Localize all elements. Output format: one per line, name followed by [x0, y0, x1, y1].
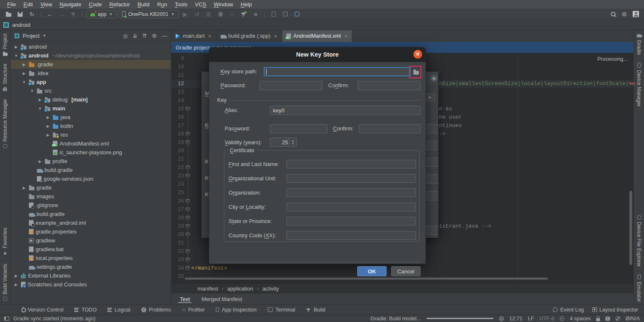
chevron-down-icon[interactable]: ▼ — [37, 106, 43, 111]
tree-item-build-gradle[interactable]: build.gradle — [11, 210, 171, 218]
menu-help[interactable]: Help — [237, 1, 256, 8]
fold-marker-icon[interactable] — [186, 132, 190, 136]
org-unit-input[interactable] — [286, 174, 416, 183]
tree-item-app[interactable]: ▼ app — [11, 78, 171, 86]
fold-marker-icon[interactable] — [186, 216, 190, 220]
chevron-down-icon[interactable]: ▼ — [21, 80, 27, 84]
chevron-right-icon[interactable]: ▶ — [13, 283, 19, 287]
chevron-right-icon[interactable]: ▶ — [21, 186, 27, 190]
menu-build[interactable]: Build — [134, 1, 153, 8]
breadcrumb-application[interactable]: application — [227, 286, 253, 292]
toolwindow-build[interactable]: Build — [306, 307, 325, 313]
sidebar-item-device-file-explorer[interactable]: Device File Explorer — [636, 215, 642, 267]
chevron-right-icon[interactable]: ▶ — [13, 45, 19, 49]
toolwindow-todo[interactable]: TODO — [74, 307, 96, 313]
dialog-title-bar[interactable]: New Key Store ✕ — [209, 47, 426, 62]
close-icon[interactable]: ✕ — [274, 34, 277, 39]
tree-item-gradlew[interactable]: ▶ gradlew — [11, 236, 171, 245]
sdk-manager-icon[interactable] — [292, 10, 302, 18]
toolwindow-terminal[interactable]: ›_ Terminal — [267, 307, 295, 313]
caret-position[interactable]: 12:71 — [509, 316, 522, 322]
tree-item-debug[interactable]: ▶ debug [main] — [11, 95, 171, 104]
settings-gear-icon[interactable]: ⚙ — [621, 11, 627, 18]
sidebar-item-resource-manager[interactable]: Resource Manager — [2, 99, 8, 148]
key-confirm-input[interactable] — [359, 124, 421, 133]
search-icon[interactable] — [611, 12, 615, 16]
toolwindow-version-control[interactable]: Version Control — [21, 307, 63, 313]
breadcrumb-activity[interactable]: activity — [262, 286, 279, 292]
sidebar-item-favorites[interactable]: Favorites ★ — [2, 228, 8, 256]
tree-item-android-root[interactable]: ▼ android ~/dev/singleproject/example/an… — [11, 51, 171, 60]
menu-code[interactable]: Code — [85, 1, 106, 8]
tree-item-gitignore[interactable]: .gitignore — [11, 201, 171, 210]
menu-edit[interactable]: Edit — [20, 1, 36, 8]
keystore-confirm-input[interactable] — [358, 81, 421, 90]
toolwindow-problems[interactable]: ! Problems — [141, 307, 171, 313]
tree-item-example-android-iml[interactable]: example_android.iml — [11, 218, 171, 227]
sidebar-item-structure[interactable]: Structure — [2, 64, 8, 91]
tree-item-gradle-properties[interactable]: gradle.properties — [11, 227, 171, 236]
chevron-right-icon[interactable]: ▶ — [45, 115, 51, 119]
first-last-name-input[interactable] — [286, 160, 416, 169]
avatar[interactable] — [633, 11, 639, 17]
sidebar-item-build-variants[interactable]: Build Variants — [2, 264, 8, 301]
chevron-right-icon[interactable]: ▶ — [45, 124, 51, 128]
sidebar-item-project[interactable]: Project — [2, 34, 8, 56]
fold-marker-icon[interactable] — [186, 233, 190, 237]
editor-gutter[interactable]: 9101112131415161718192021222324252627282… — [171, 53, 191, 284]
tree-item-external-libraries[interactable]: ▶ External Libraries — [11, 271, 171, 280]
menu-window[interactable]: Window — [210, 1, 237, 8]
spinner-arrows-icon[interactable]: ▲▼ — [289, 138, 296, 146]
close-icon[interactable]: ✕ — [413, 50, 422, 59]
expand-all-icon[interactable]: ⇊ — [133, 33, 138, 39]
fold-marker-icon[interactable] — [186, 258, 190, 262]
fold-marker-icon[interactable] — [186, 107, 190, 111]
menu-vcs[interactable]: VCS — [191, 1, 210, 8]
tree-item-ic-launcher-playstore[interactable]: ic_launcher-playstore.png — [11, 148, 171, 157]
toolwindow-layout-inspector[interactable]: Layout Inspector — [592, 307, 638, 313]
alias-input[interactable]: key0 — [270, 106, 421, 115]
breadcrumb-manifest[interactable]: manifest — [197, 286, 218, 292]
tree-item-scratches[interactable]: ▶ Scratches and Consoles — [11, 280, 171, 289]
fold-marker-icon[interactable] — [186, 166, 190, 170]
city-input[interactable] — [286, 203, 416, 211]
toolwindow-event-log[interactable]: Event Log — [553, 307, 584, 313]
fold-marker-icon[interactable] — [186, 174, 190, 178]
tree-item-google-services-json[interactable]: google-services.json — [11, 174, 171, 183]
device-combo[interactable]: OnePlus KB2001 ▼ — [118, 10, 179, 18]
line-separator[interactable]: LF — [528, 316, 534, 322]
fold-marker-icon[interactable] — [186, 199, 190, 203]
chevron-right-icon[interactable]: ▶ — [13, 274, 19, 278]
keystore-password-input[interactable] — [260, 81, 322, 90]
fold-marker-icon[interactable] — [186, 224, 190, 229]
toolwindow-app-inspection[interactable]: App Inspection — [216, 307, 257, 313]
chevron-right-icon[interactable]: ▶ — [21, 62, 27, 67]
chevron-down-icon[interactable]: ▼ — [29, 89, 35, 93]
state-input[interactable] — [286, 217, 416, 226]
tree-item-java[interactable]: ▶ java — [11, 113, 171, 122]
cancel-button[interactable]: Cancel — [391, 266, 421, 276]
toolwindow-logcat[interactable]: Logcat — [107, 307, 130, 313]
highlighting-level-icon[interactable] — [560, 316, 564, 321]
save-all-icon[interactable] — [15, 10, 25, 18]
memory-indicator[interactable]: Ø/N/A — [626, 316, 640, 322]
tab-text[interactable]: Text — [180, 293, 190, 304]
tree-item-android-module[interactable]: ▶ android — [11, 42, 171, 51]
tree-item-gradlew-bat[interactable]: gradlew.bat — [11, 245, 171, 254]
sidebar-item-device-manager[interactable]: Device Manager — [636, 62, 642, 106]
validity-spinner[interactable]: 25 ▲▼ — [270, 138, 297, 147]
behind-dropdown[interactable]: ▼ — [425, 93, 435, 101]
tab-build-gradle[interactable]: build.gradle (:app) ✕ — [216, 30, 282, 42]
close-icon[interactable]: ✕ — [431, 75, 437, 82]
chevron-right-icon[interactable]: ▶ — [37, 98, 43, 102]
horizontal-scrollbar[interactable] — [185, 278, 548, 280]
tree-item-images[interactable]: images — [11, 192, 171, 201]
file-encoding[interactable]: UTF-8 — [540, 316, 554, 322]
chevron-right-icon[interactable]: ▶ — [45, 133, 51, 137]
run-config-combo[interactable]: app ▼ — [86, 10, 117, 18]
tab-merged-manifest[interactable]: Merged Manifest — [202, 293, 242, 304]
sync-icon[interactable]: ↻ — [27, 10, 37, 18]
menu-view[interactable]: View — [36, 1, 56, 8]
tree-item-androidmanifest[interactable]: AndroidManifest.xml — [11, 139, 171, 148]
fold-marker-icon[interactable] — [186, 140, 190, 145]
